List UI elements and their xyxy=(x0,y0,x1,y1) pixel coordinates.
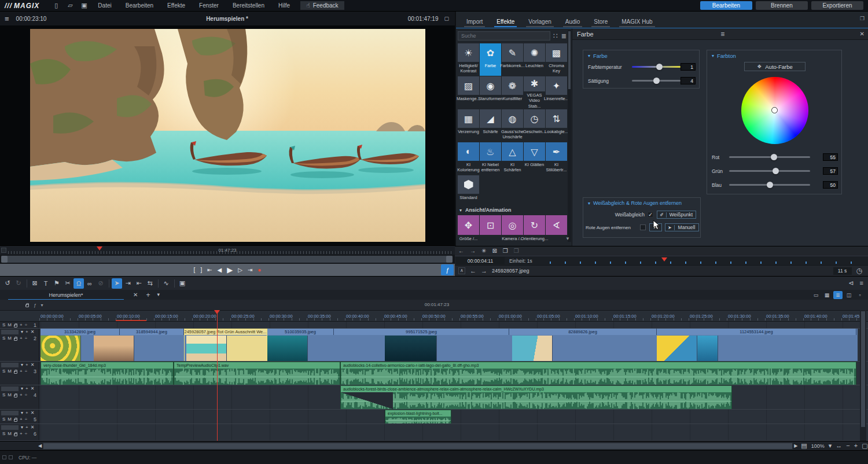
slider-value-gr-n[interactable]: 57 xyxy=(823,167,838,175)
video-clip-318594944-jpeg[interactable]: 318594944.jpeg xyxy=(120,329,184,335)
track-4-content[interactable]: audioblocks-forest-birds-close-ambience-… xyxy=(39,385,868,409)
timeline-mode-icon[interactable]: ≣ xyxy=(833,291,843,299)
undock-icon[interactable]: ❐ xyxy=(860,16,865,21)
range-mode-icon[interactable]: ▣ xyxy=(177,278,187,289)
video-clip-1124553144-jpeg[interactable]: 1124553144.jpeg xyxy=(657,329,856,335)
track-add-icon[interactable]: + xyxy=(25,330,28,334)
audio-clip-explosion-blast-lightnin[interactable]: explosion-blast-lightning-bolt... xyxy=(385,410,451,424)
fullscreen-icon[interactable]: ▢ xyxy=(862,443,867,449)
mixer-icon[interactable]: ≡ xyxy=(860,280,863,286)
effect-tile-farbe[interactable]: ✿Farbe xyxy=(480,43,501,76)
preview-maximize-icon[interactable]: ▢ xyxy=(444,16,449,21)
preview-range-bar[interactable] xyxy=(0,255,455,264)
slider-handle-rot[interactable] xyxy=(771,154,777,160)
slider-handle-farbtemperatur[interactable] xyxy=(656,64,663,70)
track-header-5[interactable]: ▾+✕SM+÷5 xyxy=(0,410,39,424)
effect-tile-gauss-sche-unsch-rfe[interactable]: ◍Gauss'sche Unschärfe xyxy=(502,109,523,142)
prev-frame-button[interactable]: ◀ xyxy=(218,267,222,273)
timeline-playhead[interactable] xyxy=(217,310,218,441)
effect-tile-[interactable]: ⊡ xyxy=(480,215,501,242)
effect-tile-ki-stil-bertr[interactable]: ✒KI Stilübertr... xyxy=(546,142,567,175)
sort-view-icon[interactable]: ≣ xyxy=(561,33,567,39)
undo-icon[interactable]: ↺ xyxy=(2,278,13,289)
mouse-mode-all-icon[interactable]: ⇤ xyxy=(134,278,144,289)
effect-tile-helligkeit-kontrast[interactable]: ☀Helligkeit/ Kontrast xyxy=(458,43,479,76)
track-dropdown-icon[interactable]: ▾ xyxy=(21,386,23,391)
video-clip-995171525-jpeg[interactable]: 995171525.jpeg xyxy=(334,329,509,335)
effect-tile-ki-gl-tten[interactable]: ▽KI Glätten xyxy=(524,142,545,175)
delete-keyframe-icon[interactable]: ⊠ xyxy=(492,248,496,254)
lock-icon[interactable] xyxy=(25,304,29,307)
open-project-icon[interactable]: ▱ xyxy=(65,2,75,9)
link-icon[interactable]: ∞ xyxy=(84,278,95,289)
mode-button-brennen[interactable]: Brennen xyxy=(756,1,808,10)
animation-curve-button[interactable]: ƒ xyxy=(441,264,454,275)
text-icon[interactable]: T xyxy=(41,278,51,289)
track-5-content[interactable]: explosion-blast-lightning-bolt... xyxy=(39,410,868,424)
weisspunkt-button[interactable]: ✐ Weißpunkt xyxy=(657,211,696,219)
track-plus-icon[interactable]: + xyxy=(20,417,23,422)
prev-keyframe-icon[interactable]: ← xyxy=(458,248,464,254)
pointer-mode-icon[interactable]: ➤ xyxy=(112,278,122,289)
panel-close-icon[interactable]: ✕ xyxy=(860,31,865,37)
track-shrink-icon[interactable]: ÷ xyxy=(25,369,27,374)
track-close-icon[interactable]: ✕ xyxy=(31,411,35,415)
effect-tile-[interactable]: ∢ xyxy=(546,215,567,242)
group-farbe-title[interactable]: ▾Farbe xyxy=(588,53,704,59)
effect-tile-chroma-key[interactable]: ▩Chroma Key xyxy=(546,43,567,76)
group-weissabgleich-title[interactable]: ▾Weißabgleich & Rote Augen entfernen xyxy=(588,200,705,206)
menu-item-hilfe[interactable]: Hilfe xyxy=(271,1,297,10)
paste-keyframe-icon[interactable]: ❐ xyxy=(514,248,519,254)
track-shrink-icon[interactable]: ÷ xyxy=(25,417,27,422)
scroll-right-icon[interactable]: ▶ xyxy=(794,444,797,448)
marker-icon[interactable]: ⚑ xyxy=(52,278,62,289)
jump-start-button[interactable]: ⇤ xyxy=(207,267,212,273)
slider-handle-gr-n[interactable] xyxy=(773,168,779,174)
media-pool-scrollbar[interactable] xyxy=(568,30,571,242)
mouse-mode-single-icon[interactable]: ⇥ xyxy=(123,278,133,289)
mode-button-bearbeiten[interactable]: Bearbeiten xyxy=(700,1,752,10)
track-header-3[interactable]: ▾+✕SM+÷3 xyxy=(0,362,39,385)
header-dropdown-icon[interactable]: ▾ xyxy=(41,303,43,308)
track-dropdown-icon[interactable]: ▾ xyxy=(21,330,23,334)
menu-item-datei[interactable]: Datei xyxy=(91,1,118,10)
effect-tile-vegas-video-stab[interactable]: ✱VEGAS Video Stab... xyxy=(524,76,545,109)
effect-tile-ki-nebel-entfernen[interactable]: ♨KI Nebel entfernen xyxy=(480,142,501,175)
next-object-icon[interactable]: → xyxy=(481,268,487,274)
project-tab[interactable]: Herumspielen* xyxy=(8,292,124,298)
hscrollbar-track[interactable] xyxy=(43,443,793,450)
track-header-2[interactable]: ▾+✕SM+÷2 xyxy=(0,329,39,361)
track-close-icon[interactable]: ✕ xyxy=(31,386,35,391)
add-project-icon[interactable]: + xyxy=(146,292,150,299)
tab-import[interactable]: Import xyxy=(461,16,488,28)
effect-tile-standard[interactable]: Standard xyxy=(458,175,479,208)
track-plus-icon[interactable]: + xyxy=(20,323,23,327)
zoom-dropdown-icon[interactable]: ▾ xyxy=(829,443,832,449)
slider-value-rot[interactable]: 55 xyxy=(823,153,838,161)
play-button[interactable]: ▶ xyxy=(227,266,233,274)
group-farbton-title[interactable]: ▾Farbton xyxy=(712,53,846,59)
track-add-icon[interactable]: + xyxy=(25,363,28,367)
track-lock-icon[interactable] xyxy=(14,395,17,397)
zoom-preset-icon[interactable]: ▤ xyxy=(801,443,807,449)
audio-monitor-icon[interactable]: ⊲ xyxy=(848,280,854,286)
slider-track-blau[interactable] xyxy=(729,184,810,186)
play-range-button[interactable]: ▷ xyxy=(238,267,242,273)
color-wheel-selector[interactable] xyxy=(772,108,777,113)
effect-tile-geschwin[interactable]: ◷Geschwin... xyxy=(524,109,545,142)
slider-track-s-ttigung[interactable] xyxy=(632,80,681,82)
redo-icon[interactable]: ↻ xyxy=(13,278,24,289)
storyboard-mode-icon[interactable]: ▭ xyxy=(811,291,821,299)
mouse-mode-stretch-icon[interactable]: ⇆ xyxy=(145,278,155,289)
track-mute-button[interactable]: M xyxy=(8,369,12,374)
keyframe-playhead[interactable] xyxy=(661,257,667,262)
close-project-icon[interactable]: ✕ xyxy=(133,292,138,298)
range-in-button[interactable]: [ xyxy=(194,267,196,273)
preview-menu-icon[interactable]: ≡ xyxy=(5,15,9,23)
panel-menu-icon[interactable]: ≡ xyxy=(720,31,724,38)
zoom-out-icon[interactable]: − xyxy=(846,443,849,449)
tile-view-icon[interactable]: ∷ xyxy=(553,32,558,39)
track-solo-button[interactable]: S xyxy=(2,369,5,374)
record-button[interactable]: ● xyxy=(258,267,261,273)
effect-tile-kamera[interactable]: ◎Kamera /... xyxy=(502,215,523,242)
